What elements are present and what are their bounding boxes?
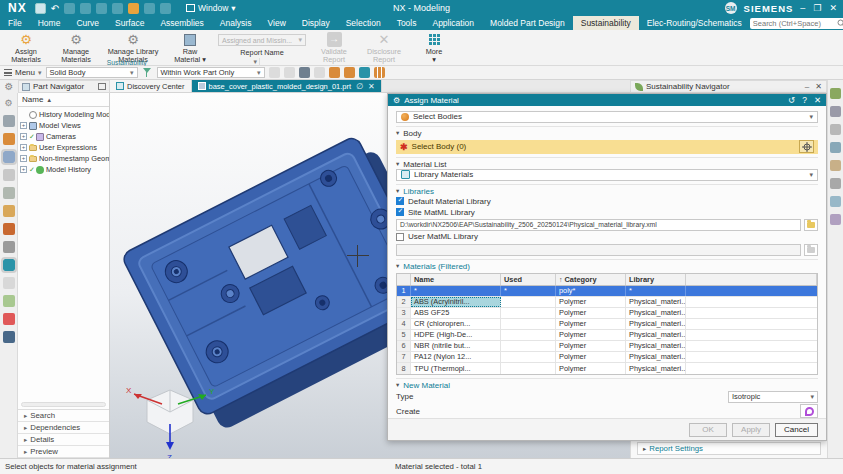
report-name-combo[interactable]: Assigned and Missin... ▾ <box>218 34 306 46</box>
panel-close-icon[interactable]: ✕ <box>815 82 822 91</box>
touch-mode-icon[interactable] <box>160 3 171 14</box>
point-dialog-icon[interactable] <box>799 140 814 153</box>
cell-library[interactable]: Physical_materi... <box>626 297 686 307</box>
display-mode-icon[interactable] <box>830 214 841 225</box>
dialog-help-icon[interactable]: ? <box>802 95 807 105</box>
color-ramp-icon[interactable] <box>3 313 15 325</box>
section-materials-filtered[interactable]: ▾ Materials (Filtered) <box>396 259 818 271</box>
column-header-category[interactable]: ↑Category <box>556 274 626 285</box>
ribbon-tab-home[interactable]: Home <box>30 16 69 30</box>
cell-name[interactable]: PA12 (Nylon 12... <box>411 352 501 362</box>
window-menu[interactable]: Window ▾ <box>186 3 236 13</box>
cell-name[interactable]: NBR (nitrile but... <box>411 341 501 351</box>
section-search[interactable]: ▸Search <box>18 410 109 422</box>
selection-filter-icon[interactable] <box>142 67 153 78</box>
select-body-row[interactable]: ✱ Select Body (0) <box>396 140 818 154</box>
image-gallery-icon[interactable] <box>3 295 15 307</box>
cell-category[interactable]: Polymer <box>556 352 626 362</box>
column-header-library[interactable]: Library <box>626 274 686 285</box>
cell-library[interactable]: Physical_materi... <box>626 319 686 329</box>
name-column-header[interactable]: Name ▲ <box>18 93 109 107</box>
assembly-navigator-icon[interactable] <box>3 133 15 145</box>
tab-close-icon[interactable]: ✕ <box>368 82 375 91</box>
dialog-titlebar[interactable]: ⚙ Assign Material ↺ ? ✕ <box>388 94 826 106</box>
materials-table[interactable]: NameUsed↑CategoryLibrary1**poly**2ABS (A… <box>396 273 818 375</box>
column-header-name[interactable]: Name <box>411 274 501 285</box>
cell-name[interactable]: TPU (Thermopl... <box>411 363 501 374</box>
tree-item[interactable]: History Modeling Mode <box>20 109 109 120</box>
create-material-button[interactable] <box>800 404 818 418</box>
site-matml-library-row[interactable]: Site MatML Library <box>396 207 818 217</box>
touch-grid-icon[interactable] <box>374 67 385 78</box>
expand-icon[interactable]: + <box>20 122 27 129</box>
section-material-list[interactable]: ▾ Material List <box>396 157 818 169</box>
ribbon-tab-analysis[interactable]: Analysis <box>212 16 260 30</box>
resource-bar-gear-icon[interactable]: ⚙ <box>0 80 18 93</box>
measure-icon[interactable] <box>830 142 841 153</box>
table-row[interactable]: 8TPU (Thermopl...PolymerPhysical_materi.… <box>397 363 817 374</box>
cell-category[interactable]: poly* <box>556 286 626 296</box>
tab-block-icon[interactable]: ∅ <box>356 82 363 91</box>
knowledge-fusion-icon[interactable] <box>3 331 15 343</box>
cell-library[interactable]: * <box>626 286 686 296</box>
table-row[interactable]: 7PA12 (Nylon 12...PolymerPhysical_materi… <box>397 352 817 363</box>
ribbon-tab-view[interactable]: View <box>260 16 294 30</box>
restore-button[interactable]: ❐ <box>813 3 821 13</box>
expand-icon[interactable]: + <box>20 166 27 173</box>
selection-scope-filter[interactable]: Within Work Part Only ▾ <box>157 67 265 78</box>
menu-button[interactable]: Menu ▾ <box>4 68 42 77</box>
cell-name[interactable]: ABS GF25 <box>411 308 501 318</box>
cell-category[interactable]: Polymer <box>556 341 626 351</box>
notification-bell-icon[interactable] <box>3 169 15 181</box>
checkmate-icon[interactable] <box>830 88 841 99</box>
annotation-icon[interactable] <box>830 124 841 135</box>
selection-type-filter[interactable]: Solid Body ▾ <box>46 67 138 78</box>
ribbon-tab-display[interactable]: Display <box>294 16 338 30</box>
site-matml-path-field[interactable]: D:\workdir\NX2506\EAP\Sustainability_250… <box>396 219 801 231</box>
part-navigator-icon[interactable] <box>3 151 15 163</box>
cell-used[interactable] <box>501 341 556 351</box>
tab-discovery-center[interactable]: Discovery Center <box>110 80 192 92</box>
dimension-icon[interactable] <box>830 106 841 117</box>
recycle-bin-icon[interactable] <box>3 187 15 199</box>
ribbon-tab-molded-part-design[interactable]: Molded Part Design <box>482 16 573 30</box>
section-dependencies[interactable]: ▸Dependencies <box>18 422 109 434</box>
user-matml-path-field[interactable] <box>396 244 801 256</box>
cursor-icon[interactable] <box>299 67 310 78</box>
cell-category[interactable]: Polymer <box>556 319 626 329</box>
section-body[interactable]: ▾ Body <box>396 126 818 138</box>
cell-library[interactable]: Physical_materi... <box>626 363 686 374</box>
table-row[interactable]: 6NBR (nitrile but...PolymerPhysical_mate… <box>397 341 817 352</box>
roles-icon[interactable] <box>3 115 15 127</box>
globe-icon[interactable] <box>359 67 370 78</box>
dialog-launcher-icon[interactable]: ▾ <box>253 58 259 66</box>
cell-library[interactable]: Physical_materi... <box>626 341 686 351</box>
view-section-icon[interactable] <box>830 178 841 189</box>
cell-library[interactable]: Physical_materi... <box>626 330 686 340</box>
cell-category[interactable]: Polymer <box>556 363 626 374</box>
user-matml-library-row[interactable]: User MatML Library <box>396 232 818 242</box>
microphone-icon[interactable] <box>144 3 155 14</box>
tree-item[interactable]: +✓Model History <box>20 164 109 175</box>
undock-panel-icon[interactable] <box>98 83 106 90</box>
ribbon-tab-curve[interactable]: Curve <box>68 16 107 30</box>
cell-category[interactable]: Polymer <box>556 297 626 307</box>
cell-library[interactable]: Physical_materi... <box>626 352 686 362</box>
resource-options-gear-icon[interactable]: ⚙ <box>3 97 15 109</box>
cell-category[interactable]: Polymer <box>556 330 626 340</box>
dialog-close-icon[interactable]: ✕ <box>814 95 821 105</box>
section-preview[interactable]: ▸Preview <box>18 446 109 458</box>
command-finder-icon[interactable] <box>128 3 139 14</box>
section-details[interactable]: ▸Details <box>18 434 109 446</box>
cell-used[interactable]: * <box>501 286 556 296</box>
undo-icon[interactable]: ↶ <box>51 3 59 14</box>
user-matml-checkbox[interactable] <box>396 233 404 241</box>
site-matml-checkbox[interactable] <box>396 208 404 216</box>
ribbon-tab-file[interactable]: File <box>0 16 30 30</box>
ribbon-tab-elec-routing-schematics[interactable]: Elec-Routing/Schematics <box>639 16 750 30</box>
section-libraries[interactable]: ▾ Libraries <box>396 184 818 196</box>
more-button[interactable]: More▾ <box>412 32 456 63</box>
tree-item[interactable]: +Model Views <box>20 120 109 131</box>
library-materials-combo[interactable]: Library Materials ▾ <box>396 169 818 181</box>
tree-item[interactable]: +Non-timestamp Geometry <box>20 153 109 164</box>
